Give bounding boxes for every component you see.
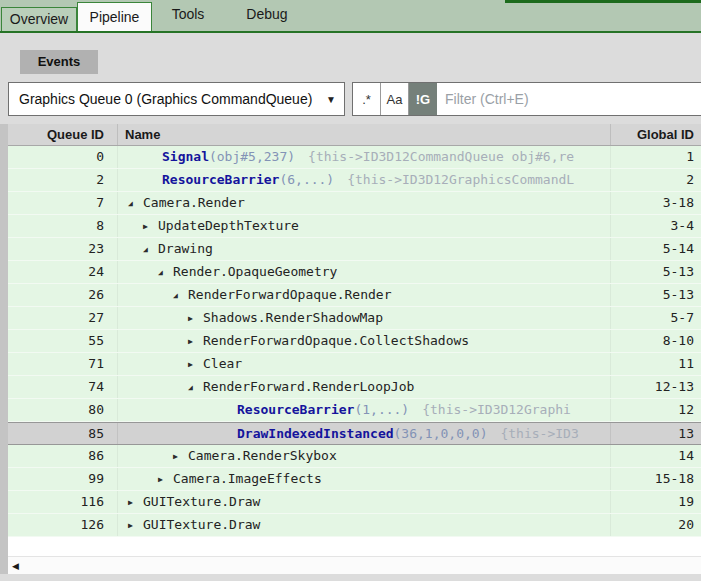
global-id-cell: 3-4	[611, 215, 701, 237]
glob-toggle-button[interactable]: !G	[409, 83, 437, 115]
tab-pipeline[interactable]: Pipeline	[77, 2, 152, 31]
tree-collapse-icon[interactable]: ▶	[128, 515, 143, 536]
tree-expand-icon[interactable]: ◢	[128, 193, 143, 214]
api-call-params: (6,...)	[279, 172, 334, 187]
queue-id-cell: 8	[8, 215, 118, 237]
top-tab-bar: Overview Pipeline Tools Debug	[0, 0, 701, 33]
global-id-cell: 2	[611, 169, 701, 191]
tab-events[interactable]: Events	[20, 50, 98, 74]
event-label: GUITexture.Draw	[143, 494, 260, 509]
api-call-params: (1,...)	[354, 402, 409, 417]
name-cell: ◢RenderForwardOpaque.Render	[118, 284, 611, 306]
column-header-queue-id[interactable]: Queue ID	[8, 124, 118, 145]
bottom-fill	[0, 574, 701, 581]
event-label: GUITexture.Draw	[143, 517, 260, 532]
event-row[interactable]: 8▶UpdateDepthTexture3-4	[8, 215, 701, 238]
event-row[interactable]: 2ResourceBarrier(6,...){this->ID3D12Grap…	[8, 169, 701, 192]
event-row[interactable]: 0Signal(obj#5,237){this->ID3D12CommandQu…	[8, 146, 701, 169]
docked-panel-edge	[505, 0, 701, 3]
event-row[interactable]: 55▶RenderForwardOpaque.CollectShadows8-1…	[8, 330, 701, 353]
queue-id-cell: 26	[8, 284, 118, 306]
name-cell: ▶Camera.ImageEffects	[118, 468, 611, 490]
column-header-name[interactable]: Name	[118, 124, 611, 145]
filter-input[interactable]	[437, 83, 701, 115]
tree-expand-icon[interactable]: ◢	[173, 285, 188, 306]
case-sensitive-toggle-button[interactable]: Aa	[381, 83, 409, 115]
tree-collapse-icon[interactable]: ▶	[143, 216, 158, 237]
api-call-name: ResourceBarrier	[237, 402, 354, 417]
queue-id-cell: 99	[8, 468, 118, 490]
queue-selector-dropdown[interactable]: Graphics Queue 0 (Graphics CommandQueue)…	[8, 82, 345, 116]
queue-id-cell: 116	[8, 491, 118, 513]
tree-collapse-icon[interactable]: ▶	[188, 308, 203, 329]
queue-id-cell: 7	[8, 192, 118, 214]
tree-expand-icon[interactable]: ◢	[143, 239, 158, 260]
name-cell: ◢Drawing	[118, 238, 611, 260]
tab-overview[interactable]: Overview	[1, 7, 77, 31]
name-cell: ◢Render.OpaqueGeometry	[118, 261, 611, 283]
events-tab-strip: Events	[0, 33, 701, 82]
tree-collapse-icon[interactable]: ▶	[128, 492, 143, 513]
event-row[interactable]: 23◢Drawing5-14	[8, 238, 701, 261]
queue-id-cell: 126	[8, 514, 118, 536]
name-cell: ▶Camera.RenderSkybox	[118, 445, 611, 467]
event-label: Shadows.RenderShadowMap	[203, 310, 383, 325]
event-row[interactable]: 24◢Render.OpaqueGeometry5-13	[8, 261, 701, 284]
name-cell: ResourceBarrier(1,...){this->ID3D12Graph…	[118, 399, 611, 421]
queue-id-cell: 74	[8, 376, 118, 398]
tab-tools[interactable]: Tools	[152, 0, 224, 31]
column-header-global-id[interactable]: Global ID	[611, 124, 701, 145]
name-cell: ▶UpdateDepthTexture	[118, 215, 611, 237]
horizontal-scrollbar[interactable]: ◀	[8, 556, 701, 574]
event-label: RenderForwardOpaque.Render	[188, 287, 392, 302]
event-label: Drawing	[158, 241, 213, 256]
regex-toggle-button[interactable]: .*	[353, 83, 381, 115]
tab-debug[interactable]: Debug	[224, 0, 310, 31]
api-call-context: {this->ID3D12CommandQueue obj#6,re	[308, 149, 574, 164]
tree-expand-icon[interactable]: ◢	[158, 262, 173, 283]
event-label: Camera.ImageEffects	[173, 471, 322, 486]
name-cell: Signal(obj#5,237){this->ID3D12CommandQue…	[118, 146, 611, 168]
name-cell: ▶GUITexture.Draw	[118, 491, 611, 513]
event-row[interactable]: 71▶Clear11	[8, 353, 701, 376]
name-cell: ResourceBarrier(6,...){this->ID3D12Graph…	[118, 169, 611, 191]
name-cell: ▶RenderForwardOpaque.CollectShadows	[118, 330, 611, 352]
event-row[interactable]: 26◢RenderForwardOpaque.Render5-13	[8, 284, 701, 307]
global-id-cell: 5-7	[611, 307, 701, 329]
scroll-left-icon[interactable]: ◀	[12, 561, 19, 571]
event-label: RenderForward.RenderLoopJob	[203, 379, 414, 394]
event-row[interactable]: 85DrawIndexedInstanced(36,1,0,0,0){this-…	[8, 422, 701, 445]
api-call-params: (obj#5,237)	[209, 149, 295, 164]
global-id-cell: 15-18	[611, 468, 701, 490]
global-id-cell: 3-18	[611, 192, 701, 214]
queue-id-cell: 55	[8, 330, 118, 352]
event-label: Render.OpaqueGeometry	[173, 264, 337, 279]
event-row[interactable]: 99▶Camera.ImageEffects15-18	[8, 468, 701, 491]
event-row[interactable]: 80ResourceBarrier(1,...){this->ID3D12Gra…	[8, 399, 701, 422]
queue-id-cell: 24	[8, 261, 118, 283]
event-label: UpdateDepthTexture	[158, 218, 299, 233]
global-id-cell: 12	[611, 399, 701, 421]
tree-collapse-icon[interactable]: ▶	[158, 469, 173, 490]
queue-id-cell: 0	[8, 146, 118, 168]
global-id-cell: 5-14	[611, 238, 701, 260]
event-row[interactable]: 27▶Shadows.RenderShadowMap5-7	[8, 307, 701, 330]
global-id-cell: 20	[611, 514, 701, 536]
queue-id-cell: 2	[8, 169, 118, 191]
queue-id-cell: 85	[8, 423, 118, 444]
tree-collapse-icon[interactable]: ▶	[173, 446, 188, 467]
event-row[interactable]: 116▶GUITexture.Draw19	[8, 491, 701, 514]
event-browser-window: Overview Pipeline Tools Debug Events Gra…	[0, 0, 701, 581]
tree-collapse-icon[interactable]: ▶	[188, 354, 203, 375]
event-row[interactable]: 86▶Camera.RenderSkybox14	[8, 445, 701, 468]
event-row[interactable]: 126▶GUITexture.Draw20	[8, 514, 701, 537]
api-call-context: {this->ID3D12Graphi	[422, 402, 571, 417]
event-row[interactable]: 7◢Camera.Render3-18	[8, 192, 701, 215]
event-row[interactable]: 74◢RenderForward.RenderLoopJob12-13	[8, 376, 701, 399]
global-id-cell: 8-10	[611, 330, 701, 352]
filter-bar: .* Aa !G	[352, 82, 701, 116]
tree-expand-icon[interactable]: ◢	[188, 377, 203, 398]
tree-collapse-icon[interactable]: ▶	[188, 331, 203, 352]
event-table-body: 0Signal(obj#5,237){this->ID3D12CommandQu…	[8, 146, 701, 556]
event-label: Camera.Render	[143, 195, 245, 210]
